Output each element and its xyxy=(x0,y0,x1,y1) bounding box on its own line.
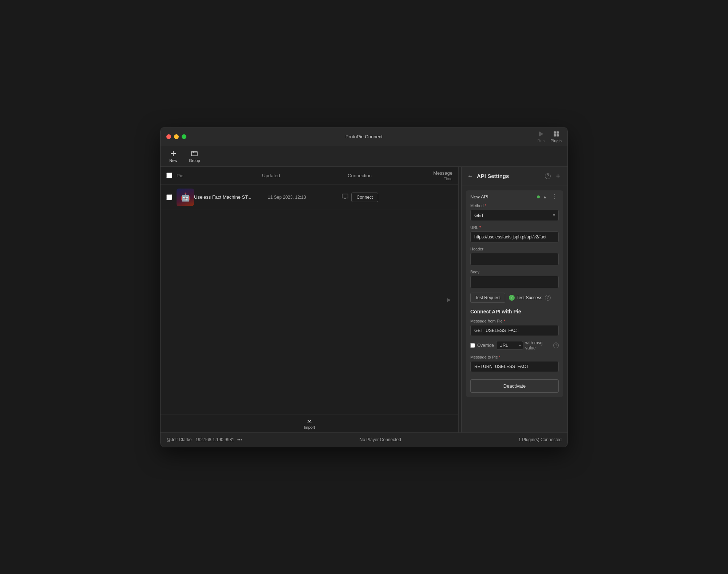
help-icon[interactable]: ? xyxy=(545,173,551,179)
toolbar: New Group xyxy=(161,146,567,167)
api-settings-panel: ← API Settings ? + New API ▲ ⋮ xyxy=(461,167,567,432)
svg-rect-2 xyxy=(557,131,559,134)
monitor-icon xyxy=(342,194,348,201)
bottom-bar: @Jeff Clarke - 192.168.1.190:9981 ••• No… xyxy=(161,432,567,447)
select-all-checkbox[interactable] xyxy=(166,173,172,178)
api-card-header[interactable]: New API ▲ ⋮ xyxy=(466,190,563,203)
method-select[interactable]: GET POST PUT DELETE PATCH xyxy=(470,210,559,221)
url-group: URL * xyxy=(470,225,559,242)
message-to-pie-input[interactable] xyxy=(470,361,559,372)
api-panel-body: New API ▲ ⋮ Method * xyxy=(462,186,567,432)
new-button[interactable]: New xyxy=(166,149,180,164)
close-button[interactable] xyxy=(166,134,171,139)
add-api-button[interactable]: + xyxy=(554,172,562,181)
import-icon xyxy=(306,418,313,424)
test-request-button[interactable]: Test Request xyxy=(470,293,505,303)
api-card-body: Method * GET POST PUT DELETE PATCH xyxy=(466,203,563,397)
item-name: Useless Fact Machine ST... xyxy=(194,194,268,200)
titlebar-actions: Run Plugin xyxy=(537,130,562,143)
header-input-empty[interactable] xyxy=(470,253,559,265)
test-success-indicator: ✓ Test Success ? xyxy=(509,295,551,301)
titlebar: ProtoPie Connect Run Plugin xyxy=(161,127,567,146)
deactivate-button[interactable]: Deactivate xyxy=(470,379,559,393)
player-status: No Player Connected xyxy=(360,437,401,442)
body-group: Body xyxy=(470,270,559,288)
body-label: Body xyxy=(470,270,479,274)
header-group: Header xyxy=(470,247,559,265)
message-from-pie-group: Message from Pie * xyxy=(470,319,559,336)
api-card-name: New API xyxy=(470,194,534,199)
message-from-pie-input[interactable] xyxy=(470,325,559,336)
override-select[interactable]: URL Body Header xyxy=(496,341,523,350)
url-input[interactable] xyxy=(470,231,559,242)
svg-rect-1 xyxy=(554,131,556,134)
msg-to-required: * xyxy=(499,355,500,359)
msg-from-required: * xyxy=(504,319,505,323)
group-label: Group xyxy=(189,158,200,163)
header-label: Header xyxy=(470,247,483,251)
test-row: Test Request ✓ Test Success ? xyxy=(470,293,559,303)
api-panel-title: API Settings xyxy=(477,173,542,179)
with-msg-label: with msg value xyxy=(525,340,551,351)
list-item[interactable]: 🤖 Useless Fact Machine ST... 11 Sep 2023… xyxy=(161,185,458,210)
svg-marker-0 xyxy=(539,131,543,136)
svg-rect-3 xyxy=(554,134,556,136)
maximize-button[interactable] xyxy=(182,134,186,139)
method-required: * xyxy=(485,203,486,208)
list-panel: Pie Updated Connection Message Time 🤖 Us… xyxy=(161,167,458,432)
new-icon xyxy=(170,150,177,157)
col-message-header: Message xyxy=(433,170,452,176)
connect-section-title: Connect API with Pie xyxy=(470,309,559,314)
test-success-icon: ✓ xyxy=(509,295,515,301)
plugin-label: Plugin xyxy=(550,139,562,143)
item-connection: Connect xyxy=(342,193,416,202)
run-label: Run xyxy=(537,139,545,143)
test-success-help-icon[interactable]: ? xyxy=(545,295,551,301)
new-label: New xyxy=(169,158,177,163)
method-select-wrapper: GET POST PUT DELETE PATCH xyxy=(470,210,559,221)
item-checkbox[interactable] xyxy=(166,194,172,200)
method-group: Method * GET POST PUT DELETE PATCH xyxy=(470,203,559,221)
plugin-icon xyxy=(553,130,560,138)
api-more-button[interactable]: ⋮ xyxy=(550,194,559,200)
edge-strip xyxy=(458,167,461,432)
group-button[interactable]: Group xyxy=(186,149,203,164)
status-active-dot xyxy=(537,195,540,198)
item-updated: 11 Sep 2023, 12:13 xyxy=(268,195,342,200)
list-body: 🤖 Useless Fact Machine ST... 11 Sep 2023… xyxy=(161,185,458,415)
body-input-empty[interactable] xyxy=(470,276,559,288)
url-required: * xyxy=(479,225,481,230)
override-label: Override xyxy=(477,343,494,348)
override-checkbox[interactable] xyxy=(470,343,475,348)
bottom-left: @Jeff Clarke - 192.168.1.190:9981 ••• xyxy=(166,437,242,443)
col-connection-header: Connection xyxy=(348,173,433,178)
import-button[interactable]: Import xyxy=(304,418,315,429)
chevron-up-icon: ▲ xyxy=(543,194,547,199)
plugin-status: 1 Plugin(s) Connected xyxy=(518,437,562,442)
minimize-button[interactable] xyxy=(174,134,179,139)
svg-rect-10 xyxy=(342,194,348,198)
item-thumbnail: 🤖 xyxy=(177,189,194,206)
api-panel-header: ← API Settings ? + xyxy=(462,167,567,186)
col-updated-header: Updated xyxy=(262,173,348,178)
user-info: @Jeff Clarke - 192.168.1.190:9981 xyxy=(166,437,234,442)
traffic-lights xyxy=(166,134,186,139)
import-label: Import xyxy=(304,425,315,429)
override-help-icon[interactable]: ? xyxy=(553,343,559,348)
navigate-arrow-icon: ▶ xyxy=(447,297,451,302)
col-time-header: Time xyxy=(444,177,452,181)
run-icon xyxy=(537,130,545,138)
more-options-button[interactable]: ••• xyxy=(237,437,242,443)
test-success-label: Test Success xyxy=(517,295,542,300)
group-icon xyxy=(191,150,198,157)
app-window: ProtoPie Connect Run Plugin xyxy=(160,127,568,447)
plugin-button[interactable]: Plugin xyxy=(550,130,562,143)
url-label: URL xyxy=(470,225,478,230)
main-content: Pie Updated Connection Message Time 🤖 Us… xyxy=(161,167,567,432)
run-button[interactable]: Run xyxy=(537,130,545,143)
override-select-wrapper: URL Body Header xyxy=(496,341,523,350)
connect-button[interactable]: Connect xyxy=(351,193,379,202)
message-to-pie-label: Message to Pie xyxy=(470,355,498,359)
window-title: ProtoPie Connect xyxy=(345,134,383,139)
back-button[interactable]: ← xyxy=(467,172,474,180)
